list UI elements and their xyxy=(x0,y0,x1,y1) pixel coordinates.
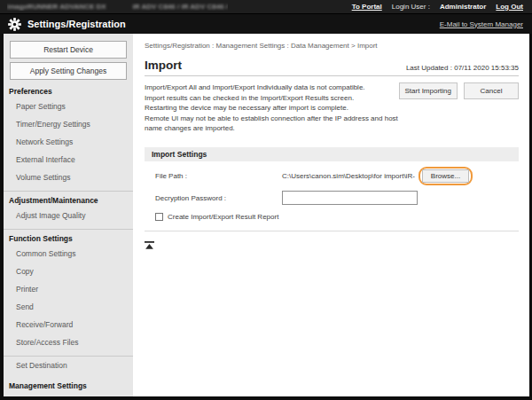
device-identity: imageRUNNER ADVANCE DX iR ADV C846 / iR … xyxy=(7,3,228,11)
settings-sidebar: Restart Device Apply Setting Changes Pre… xyxy=(4,34,133,396)
sidebar-item-external-interface[interactable]: External Interface xyxy=(4,151,133,169)
apply-setting-changes-button[interactable]: Apply Setting Changes xyxy=(10,62,127,80)
gear-icon xyxy=(8,18,21,31)
sidebar-item-volume-settings[interactable]: Volume Settings xyxy=(4,169,133,186)
sidebar-item-network-settings[interactable]: Network Settings xyxy=(4,133,133,151)
sidebar-item-receive-forward[interactable]: Receive/Forward xyxy=(4,316,133,333)
breadcrumb: Settings/Registration : Management Setti… xyxy=(145,42,519,50)
sidebar-item-set-destination[interactable]: Set Destination xyxy=(4,357,133,374)
sidebar-header-adjustment-maintenance: Adjustment/Maintenance xyxy=(4,192,133,207)
back-to-top-icon[interactable] xyxy=(145,237,155,253)
sidebar-item-adjust-image-quality[interactable]: Adjust Image Quality xyxy=(4,207,133,224)
sidebar-group-set-destination: Set Destination xyxy=(4,356,133,374)
session-controls: To Portal Login User : Administrator Log… xyxy=(352,3,523,11)
decryption-password-label: Decryption Password : xyxy=(155,194,282,202)
sidebar-item-common-settings[interactable]: Common Settings xyxy=(4,245,133,263)
email-to-system-manager-link[interactable]: E-Mail to System Manager xyxy=(440,20,523,28)
sidebar-item-paper-settings[interactable]: Paper Settings xyxy=(4,98,133,115)
import-note-line: Import/Export All and Import/Export Indi… xyxy=(145,82,398,93)
remote-ui-window: imageRUNNER ADVANCE DX iR ADV C846 / iR … xyxy=(0,0,532,400)
create-report-label: Create Import/Export Result Report xyxy=(168,213,278,221)
log-out-link[interactable]: Log Out xyxy=(496,3,523,11)
sidebar-group-adjustment-maintenance: Adjustment/Maintenance Adjust Image Qual… xyxy=(4,191,133,224)
sidebar-group-management-settings: Management Settings User Management Devi… xyxy=(4,377,133,396)
start-importing-button[interactable]: Start Importing xyxy=(399,82,458,99)
appbar: Settings/Registration E-Mail to System M… xyxy=(0,13,532,34)
sidebar-item-copy[interactable]: Copy xyxy=(4,263,133,280)
title-row: Import Last Updated : 07/11 2020 15:53:3… xyxy=(145,59,519,76)
cancel-button[interactable]: Cancel xyxy=(464,82,519,99)
import-page: Settings/Registration : Management Setti… xyxy=(133,34,529,396)
sidebar-item-store-access-files[interactable]: Store/Access Files xyxy=(4,333,133,351)
sidebar-item-send[interactable]: Send xyxy=(4,298,133,316)
sidebar-item-timer-energy-settings[interactable]: Timer/Energy Settings xyxy=(4,115,133,133)
sidebar-item-printer[interactable]: Printer xyxy=(4,280,133,298)
device-name-redacted: iR ADV C846 / iR ADV C846 / xyxy=(133,3,228,11)
file-path-row: File Path : C:\Users\canon.sim\Desktop\f… xyxy=(155,167,519,185)
create-report-row: Create Import/Export Result Report xyxy=(155,213,519,221)
device-model-redacted: imageRUNNER ADVANCE DX xyxy=(7,3,106,11)
browse-button[interactable]: Browse... xyxy=(422,169,469,183)
browse-highlight-ring: Browse... xyxy=(419,167,473,185)
sidebar-group-function-settings: Function Settings Common Settings Copy P… xyxy=(4,229,133,351)
app-title: Settings/Registration xyxy=(27,19,126,29)
sidebar-header-management-settings: Management Settings xyxy=(4,377,133,392)
topbar: imageRUNNER ADVANCE DX iR ADV C846 / iR … xyxy=(0,0,532,13)
file-path-value: C:\Users\canon.sim\Desktop\for import\iR… xyxy=(282,172,415,180)
import-note-line: Import results can be checked in the Imp… xyxy=(145,93,398,104)
create-report-checkbox[interactable] xyxy=(155,213,163,221)
login-user-label: Login User : xyxy=(392,3,430,11)
login-user-value: Administrator xyxy=(440,3,486,11)
file-path-label: File Path : xyxy=(155,172,282,180)
sidebar-header-function-settings: Function Settings xyxy=(4,230,133,245)
last-updated: Last Updated : 07/11 2020 15:53:35 xyxy=(406,64,519,72)
sidebar-header-preferences: Preferences xyxy=(4,82,133,98)
import-note-line: Restarting the device may be necessary a… xyxy=(145,103,398,114)
import-note-line: Remote UI may not be able to establish c… xyxy=(145,114,398,124)
page-title: Import xyxy=(145,59,182,72)
import-notes: Import/Export All and Import/Export Indi… xyxy=(145,82,398,134)
sidebar-group-preferences: Preferences Paper Settings Timer/Energy … xyxy=(4,82,133,186)
to-portal-link[interactable]: To Portal xyxy=(352,3,382,11)
import-settings-header: Import Settings xyxy=(145,147,519,161)
bottom-divider xyxy=(145,231,519,231)
decryption-password-row: Decryption Password : xyxy=(155,191,519,206)
restart-device-button[interactable]: Restart Device xyxy=(10,41,127,59)
decryption-password-input[interactable] xyxy=(282,191,418,205)
sidebar-item-user-management[interactable]: User Management xyxy=(4,392,133,396)
action-buttons: Start Importing Cancel xyxy=(399,82,519,134)
import-note-line: name changes are imported. xyxy=(145,123,398,134)
